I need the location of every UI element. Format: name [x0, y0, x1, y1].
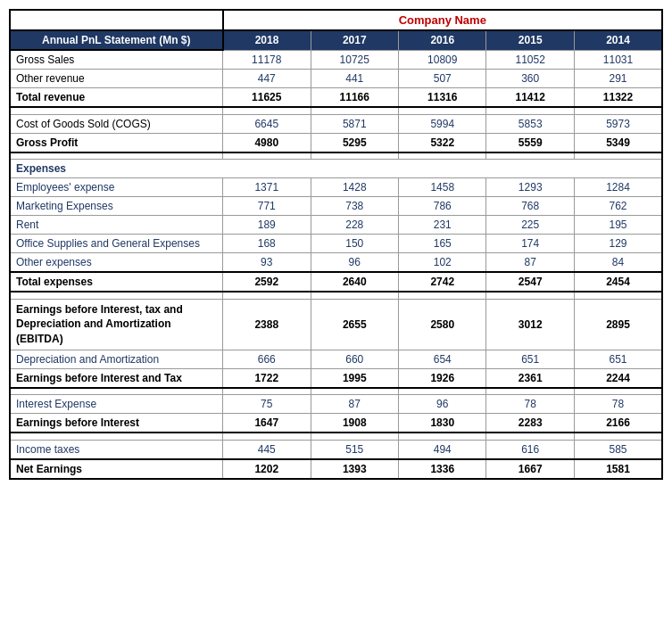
net-earnings-label: Net Earnings — [10, 459, 223, 479]
year-2014: 2014 — [574, 30, 662, 50]
dep-amort-2017: 660 — [311, 350, 398, 368]
income-taxes-2018: 445 — [223, 440, 311, 459]
cogs-2018: 6645 — [223, 114, 311, 133]
year-header-row: Annual PnL Statement (Mn $) 2018 2017 20… — [10, 30, 662, 50]
marketing-2017: 738 — [311, 197, 398, 216]
rent-2014: 195 — [574, 216, 662, 235]
ebit-2018: 1722 — [223, 368, 311, 388]
gross-profit-2014: 5349 — [574, 133, 662, 152]
interest-expense-2017: 87 — [311, 395, 398, 414]
ebitda-2017: 2655 — [311, 299, 398, 350]
total-revenue-2014: 11322 — [574, 88, 662, 108]
other-revenue-2014: 291 — [574, 70, 662, 88]
financial-table-container: Company Name Annual PnL Statement (Mn $)… — [9, 9, 663, 480]
rent-label: Rent — [10, 216, 223, 235]
other-expenses-2016: 102 — [398, 253, 485, 273]
spacer-row-3 — [10, 292, 662, 299]
total-expenses-2017: 2640 — [311, 272, 398, 292]
gross-sales-row: Gross Sales 11178 10725 10809 11052 1103… — [10, 50, 662, 70]
other-revenue-2016: 507 — [398, 70, 485, 88]
expenses-header-row: Expenses — [10, 160, 662, 178]
income-taxes-label: Income taxes — [10, 440, 223, 459]
earnings-before-interest-2016: 1830 — [398, 414, 485, 433]
gross-profit-2018: 4980 — [223, 133, 311, 152]
year-2018: 2018 — [223, 30, 311, 50]
ebitda-line3: (EBITDA) — [16, 333, 63, 345]
employees-label: Employees' expense — [10, 178, 223, 197]
total-expenses-2018: 2592 — [223, 272, 311, 292]
interest-expense-2015: 78 — [486, 395, 574, 414]
total-expenses-2016: 2742 — [398, 272, 485, 292]
gross-sales-2016: 10809 — [398, 50, 485, 70]
total-expenses-label: Total expenses — [10, 272, 223, 292]
other-revenue-2015: 360 — [486, 70, 574, 88]
gross-profit-2015: 5559 — [486, 133, 574, 152]
gross-sales-2017: 10725 — [311, 50, 398, 70]
interest-expense-2014: 78 — [574, 395, 662, 414]
dep-amort-2014: 651 — [574, 350, 662, 368]
table-title: Annual PnL Statement (Mn $) — [10, 30, 223, 50]
net-earnings-2017: 1393 — [311, 459, 398, 479]
other-revenue-row: Other revenue 447 441 507 360 291 — [10, 70, 662, 88]
other-expenses-2018: 93 — [223, 253, 311, 273]
total-revenue-2015: 11412 — [486, 88, 574, 108]
marketing-2014: 762 — [574, 197, 662, 216]
cogs-2017: 5871 — [311, 114, 398, 133]
earnings-before-interest-row: Earnings before Interest 1647 1908 1830 … — [10, 414, 662, 433]
income-taxes-2017: 515 — [311, 440, 398, 459]
other-expenses-2014: 84 — [574, 253, 662, 273]
gross-profit-2017: 5295 — [311, 133, 398, 152]
net-earnings-2018: 1202 — [223, 459, 311, 479]
ebit-2014: 2244 — [574, 368, 662, 388]
office-supplies-2017: 150 — [311, 235, 398, 253]
ebit-label: Earnings before Interest and Tax — [10, 368, 223, 388]
spacer-row-2 — [10, 152, 662, 160]
net-earnings-row: Net Earnings 1202 1393 1336 1667 1581 — [10, 459, 662, 479]
office-supplies-row: Office Supplies and General Expenses 168… — [10, 235, 662, 253]
employees-2015: 1293 — [486, 178, 574, 197]
employees-2016: 1458 — [398, 178, 485, 197]
cogs-label: Cost of Goods Sold (COGS) — [10, 114, 223, 133]
cogs-2016: 5994 — [398, 114, 485, 133]
employees-2018: 1371 — [223, 178, 311, 197]
cogs-row: Cost of Goods Sold (COGS) 6645 5871 5994… — [10, 114, 662, 133]
dep-amort-row: Depreciation and Amortization 666 660 65… — [10, 350, 662, 368]
office-supplies-2016: 165 — [398, 235, 485, 253]
gross-profit-row: Gross Profit 4980 5295 5322 5559 5349 — [10, 133, 662, 152]
dep-amort-label: Depreciation and Amortization — [10, 350, 223, 368]
total-expenses-row: Total expenses 2592 2640 2742 2547 2454 — [10, 272, 662, 292]
rent-2017: 228 — [311, 216, 398, 235]
pnl-table: Company Name Annual PnL Statement (Mn $)… — [9, 9, 663, 480]
rent-row: Rent 189 228 231 225 195 — [10, 216, 662, 235]
total-revenue-label: Total revenue — [10, 88, 223, 108]
year-2016: 2016 — [398, 30, 485, 50]
rent-2015: 225 — [486, 216, 574, 235]
gross-profit-label: Gross Profit — [10, 133, 223, 152]
dep-amort-2018: 666 — [223, 350, 311, 368]
office-supplies-2014: 129 — [574, 235, 662, 253]
income-taxes-row: Income taxes 445 515 494 616 585 — [10, 440, 662, 459]
ebit-2015: 2361 — [486, 368, 574, 388]
office-supplies-label: Office Supplies and General Expenses — [10, 235, 223, 253]
total-revenue-row: Total revenue 11625 11166 11316 11412 11… — [10, 88, 662, 108]
total-expenses-2014: 2454 — [574, 272, 662, 292]
ebitda-row: Earnings before Interest, tax and Deprec… — [10, 299, 662, 350]
dep-amort-2015: 651 — [486, 350, 574, 368]
spacer-row-5 — [10, 433, 662, 440]
total-expenses-2015: 2547 — [486, 272, 574, 292]
other-revenue-2017: 441 — [311, 70, 398, 88]
spacer-row-1 — [10, 107, 662, 114]
gross-sales-label: Gross Sales — [10, 50, 223, 70]
ebitda-2016: 2580 — [398, 299, 485, 350]
ebitda-2015: 3012 — [486, 299, 574, 350]
income-taxes-2016: 494 — [398, 440, 485, 459]
earnings-before-interest-2018: 1647 — [223, 414, 311, 433]
company-header-row: Company Name — [10, 10, 662, 30]
gross-sales-2018: 11178 — [223, 50, 311, 70]
employees-row: Employees' expense 1371 1428 1458 1293 1… — [10, 178, 662, 197]
ebitda-2018: 2388 — [223, 299, 311, 350]
gross-sales-2014: 11031 — [574, 50, 662, 70]
net-earnings-2015: 1667 — [486, 459, 574, 479]
ebitda-line2: Depreciation and Amortization — [16, 317, 171, 330]
ebit-row: Earnings before Interest and Tax 1722 19… — [10, 368, 662, 388]
